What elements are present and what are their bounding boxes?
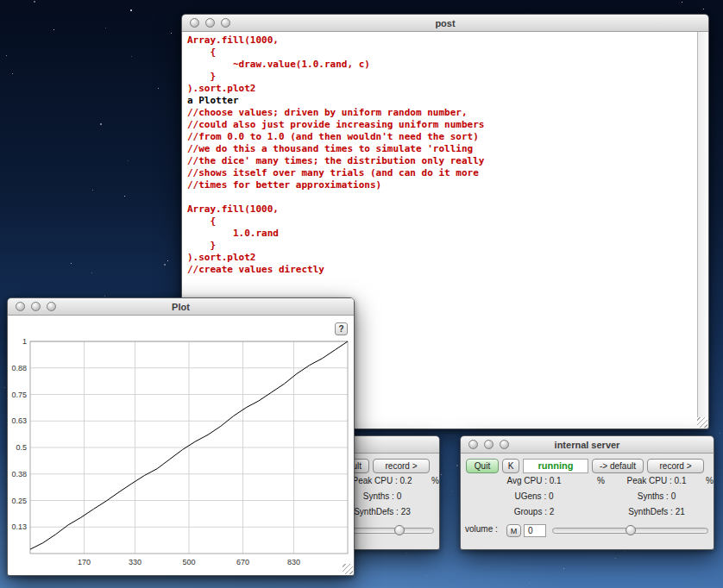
slider-thumb[interactable] xyxy=(626,525,636,535)
post-window-title: post xyxy=(182,15,708,32)
post-line: } xyxy=(187,71,695,83)
default-button[interactable]: -> default xyxy=(592,459,644,473)
minimize-button[interactable] xyxy=(31,302,41,311)
star xyxy=(71,263,72,264)
internal-server-window: internal server Quit K running -> defaul… xyxy=(460,435,714,550)
star xyxy=(124,196,125,197)
post-line: ~draw.value(1.0.rand, c) xyxy=(187,59,695,71)
star xyxy=(171,33,172,34)
y-tick-label: 0.13 xyxy=(11,522,27,531)
post-line: { xyxy=(187,216,695,228)
star xyxy=(91,272,92,273)
star xyxy=(167,260,168,261)
star xyxy=(128,160,129,161)
x-tick-label: 500 xyxy=(182,558,195,566)
star xyxy=(92,190,93,191)
volume-label: volume : xyxy=(465,524,503,534)
post-line: //choose values; driven by uniform rando… xyxy=(187,107,695,119)
star xyxy=(406,553,407,554)
vertical-scrollbar[interactable] xyxy=(697,32,708,417)
synths-stat: Synths : 0 xyxy=(609,491,704,501)
star xyxy=(563,568,564,569)
star xyxy=(158,88,159,89)
star xyxy=(4,387,5,388)
post-line: 1.0.rand xyxy=(187,228,695,240)
close-button[interactable] xyxy=(190,18,199,28)
post-text: Array.fill(1000, { ~draw.value(1.0.rand,… xyxy=(187,34,695,276)
star xyxy=(682,2,682,3)
synthdefs-stat: SynthDefs : 21 xyxy=(609,507,704,516)
ugens-stat: UGens : 0 xyxy=(469,491,599,501)
star xyxy=(615,558,616,559)
plot-titlebar[interactable]: Plot xyxy=(8,298,354,316)
record-button[interactable]: record > xyxy=(373,459,430,473)
post-line: ).sort.plot2 xyxy=(187,252,695,264)
post-line: //shows itself over many trials (and can… xyxy=(187,167,695,179)
close-button[interactable] xyxy=(16,302,25,311)
star xyxy=(703,9,704,9)
post-line: //could also just provide increasing uni… xyxy=(187,119,695,131)
quit-button[interactable]: Quit xyxy=(466,459,499,473)
post-line: //from 0.0 to 1.0 (and then wouldn't nee… xyxy=(187,131,695,143)
plot-content: 10.880.750.630.50.380.250.13170330500670… xyxy=(8,316,354,575)
volume-field[interactable]: 0 xyxy=(524,524,546,537)
post-line: { xyxy=(187,47,695,59)
star xyxy=(130,9,132,11)
avg-cpu-stat: Avg CPU : 0.1 xyxy=(469,476,599,485)
internal-server-titlebar[interactable]: internal server xyxy=(461,436,714,454)
star xyxy=(529,583,530,584)
zoom-button[interactable] xyxy=(500,440,509,449)
y-tick-label: 0.38 xyxy=(11,470,27,479)
mute-button[interactable]: M xyxy=(506,524,521,537)
volume-slider[interactable] xyxy=(552,524,708,537)
zoom-button[interactable] xyxy=(221,18,230,28)
peak-cpu-unit: % xyxy=(706,476,714,485)
star xyxy=(720,433,720,434)
minimize-button[interactable] xyxy=(205,18,215,28)
post-line: Array.fill(1000, xyxy=(187,34,695,47)
help-button[interactable]: ? xyxy=(335,322,348,335)
star xyxy=(6,55,7,56)
y-tick-label: 0.75 xyxy=(11,391,27,399)
star xyxy=(105,28,106,28)
peak-cpu-stat: Peak CPU : 0.1 xyxy=(609,476,704,485)
avg-cpu-unit: % xyxy=(597,476,605,485)
post-titlebar[interactable]: post xyxy=(182,15,708,32)
star xyxy=(164,264,166,266)
star xyxy=(34,1,35,3)
peak-cpu-unit: % xyxy=(431,476,439,485)
y-tick-label: 1 xyxy=(22,337,27,346)
server-status: running xyxy=(523,459,588,473)
star xyxy=(104,296,105,297)
resize-grip[interactable] xyxy=(697,417,707,428)
y-tick-label: 0.63 xyxy=(11,416,27,425)
post-line: } xyxy=(187,240,695,252)
y-tick-label: 0.25 xyxy=(11,497,27,505)
x-tick-label: 170 xyxy=(78,558,91,566)
plot-window-title: Plot xyxy=(8,298,354,316)
post-line: //times for better approximations) xyxy=(187,179,695,191)
close-button[interactable] xyxy=(468,440,478,449)
post-line: //the dice' many times; the distribution… xyxy=(187,155,695,167)
k-button[interactable]: K xyxy=(502,459,519,473)
record-button[interactable]: record > xyxy=(647,459,704,473)
star xyxy=(441,474,442,475)
zoom-button[interactable] xyxy=(47,302,56,311)
resize-grip[interactable] xyxy=(343,564,353,574)
y-tick-label: 0.5 xyxy=(16,443,27,452)
post-line: a Plotter xyxy=(187,95,695,107)
minimize-button[interactable] xyxy=(484,440,494,449)
star xyxy=(426,575,427,576)
star xyxy=(53,29,54,30)
post-line: Array.fill(1000, xyxy=(187,203,695,216)
x-tick-label: 830 xyxy=(287,558,300,566)
post-line xyxy=(187,191,695,203)
slider-thumb[interactable] xyxy=(394,525,405,535)
post-line: //create values directly xyxy=(187,264,695,276)
x-tick-label: 330 xyxy=(129,558,141,566)
star xyxy=(625,551,626,552)
post-line: //we do this a thousand times to simulat… xyxy=(187,143,695,155)
star xyxy=(451,491,452,491)
groups-stat: Groups : 2 xyxy=(469,507,599,516)
post-line: ).sort.plot2 xyxy=(187,83,695,95)
